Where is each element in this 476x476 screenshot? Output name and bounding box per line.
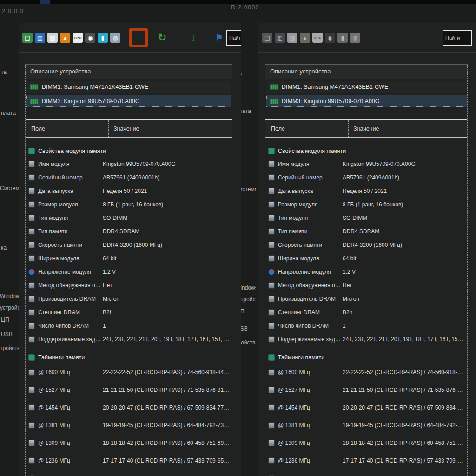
sidebar-fragment-left: та — [1, 69, 7, 75]
field-cell: Скорость памяти — [28, 242, 103, 248]
table-row[interactable]: @ 1163 МГц16-16-16-38 (CL-RCD-RP-RAS) / … — [265, 469, 467, 476]
table-row[interactable]: @ 1454 МГц20-20-20-47 (CL-RCD-RP-RAS) / … — [26, 399, 232, 416]
device-list-item[interactable]: DIMM3: Kingston 99U5709-070.A00G — [26, 95, 231, 107]
field-icon — [268, 228, 275, 235]
table-row[interactable]: Размер модуля8 ГБ (1 ранг, 16 банков) — [265, 198, 467, 211]
table-row[interactable]: @ 1381 МГц19-19-19-45 (CL-RCD-RP-RAS) / … — [265, 416, 467, 434]
download-icon[interactable]: ↓ — [188, 33, 198, 43]
report-icon[interactable]: ▤ — [262, 33, 272, 43]
camera-icon[interactable]: ◉ — [85, 33, 95, 43]
field-icon — [268, 242, 275, 248]
table-row[interactable]: Тип памятиDDR4 SDRAM — [265, 225, 467, 238]
table-row[interactable]: @ 1600 МГц22-22-22-52 (CL-RCD-RP-RAS) / … — [265, 364, 467, 381]
table-row[interactable]: @ 1163 МГц16-16-16-38 (CL-RCD-RP-RAS) / … — [26, 469, 232, 476]
frame-icon[interactable] — [129, 28, 148, 47]
table-row[interactable]: @ 1527 МГц21-21-21-50 (CL-RCD-RP-RAS) / … — [26, 381, 232, 399]
globe-icon[interactable]: ◍ — [350, 33, 360, 43]
field-cell: Серийный номер — [28, 174, 103, 181]
value-cell: 18-18-18-42 (CL-RCD-RP-RAS) / 60-458-751… — [103, 440, 232, 446]
table-row[interactable]: @ 1381 МГц19-19-19-45 (CL-RCD-RP-RAS) / … — [26, 416, 232, 434]
camera-icon[interactable]: ◉ — [325, 33, 335, 43]
column-header-field[interactable]: Поле — [26, 120, 109, 137]
ram-module-icon — [270, 99, 278, 104]
globe-icon[interactable]: ◍ — [110, 33, 120, 43]
field-cell: Производитель DRAM — [268, 296, 343, 302]
flag-icon[interactable]: ⚑ — [214, 33, 224, 43]
group-title: Свойства модуля памяти — [38, 148, 106, 154]
table-row[interactable]: Серийный номерAB57961 (2409A001h) — [265, 171, 467, 184]
table-group-row[interactable]: Свойства модуля памяти — [26, 145, 232, 157]
table-row[interactable]: Дата выпускаНеделя 50 / 2021 — [265, 184, 467, 198]
flame-icon[interactable]: ▲ — [60, 33, 70, 43]
column-header-value[interactable]: Значение — [349, 126, 467, 132]
table-row[interactable]: Имя модуляKingston 99U5709-070.A00G — [26, 157, 232, 171]
field-label: Размер модуля — [38, 201, 78, 208]
table-row[interactable]: Напряжение модуля1.2 V — [26, 265, 232, 278]
table-row[interactable]: Ширина модуля64 bit — [265, 251, 467, 265]
sensor-icon[interactable]: ▮ — [337, 33, 348, 43]
table-row[interactable]: Тип памятиDDR4 SDRAM — [26, 225, 232, 238]
group-label: Свойства модуля памяти — [268, 148, 346, 154]
table-row[interactable]: Поддерживаемые задержки24T, 23T, 22T, 21… — [265, 332, 467, 346]
chart-icon[interactable]: ▥ — [275, 33, 285, 43]
table-row[interactable]: Скорость памятиDDR4-3200 (1600 МГц) — [26, 238, 232, 251]
chart-icon[interactable]: ▥ — [35, 33, 45, 43]
field-cell: Напряжение модуля — [28, 269, 103, 275]
device-list-item[interactable]: DIMM1: Samsung M471A1K43EB1-CWE — [26, 81, 231, 93]
table-row[interactable]: @ 1309 МГц18-18-18-42 (CL-RCD-RP-RAS) / … — [265, 434, 467, 452]
device-list-item[interactable]: DIMM1: Samsung M471A1K43EB1-CWE — [266, 81, 467, 93]
table-row[interactable]: Степпинг DRAMB2h — [26, 305, 232, 319]
sensor-icon[interactable]: ▮ — [98, 33, 108, 43]
table-row[interactable]: Производитель DRAMMicron — [265, 292, 467, 305]
desktop: 2.0.0.0 R 2.0000 таплатаСистемакаWindows… — [0, 0, 476, 476]
report-icon[interactable]: ▤ — [22, 33, 33, 43]
table-group-row[interactable]: Свойства модуля памяти — [265, 145, 467, 157]
cpu-icon[interactable]: CPU — [312, 33, 323, 43]
table-row[interactable]: @ 1309 МГц18-18-18-42 (CL-RCD-RP-RAS) / … — [26, 434, 232, 452]
field-icon — [28, 336, 35, 343]
spd-table: Поле Значение Свойства модуля памятиИмя … — [26, 119, 232, 476]
table-row[interactable]: @ 1236 МГц17-17-17-40 (CL-RCD-RP-RAS) / … — [265, 452, 467, 469]
table-row[interactable]: Напряжение модуля1.2 V — [265, 265, 467, 278]
table-row[interactable]: Тип модуляSO-DIMM — [26, 211, 232, 225]
table-row[interactable]: Число чипов DRAM1 — [265, 319, 467, 332]
value-cell: 17-17-17-40 (CL-RCD-RP-RAS) / 57-433-709… — [103, 457, 232, 464]
table-row[interactable]: Серийный номерAB57961 (2409A001h) — [26, 171, 232, 184]
table-row[interactable]: @ 1527 МГц21-21-21-50 (CL-RCD-RP-RAS) / … — [265, 381, 467, 399]
window-content: Описание устройства DIMM1: Samsung M471A… — [25, 64, 232, 476]
photo-icon[interactable]: ▦ — [47, 33, 58, 43]
photo-icon[interactable]: ▦ — [287, 33, 298, 43]
column-header-field[interactable]: Поле — [265, 120, 349, 137]
table-row[interactable]: Число чипов DRAM1 — [26, 319, 232, 332]
device-list-item[interactable]: DIMM3: Kingston 99U5709-070.A00G — [266, 95, 467, 107]
table-row[interactable]: Имя модуляKingston 99U5709-070.A00G — [265, 157, 467, 171]
table-row[interactable]: Метод обнаружения ошибокНет — [265, 278, 467, 292]
field-label: Имя модуля — [38, 161, 70, 167]
table-row[interactable]: Метод обнаружения ошибокНет — [26, 278, 232, 292]
device-label: DIMM3: Kingston 99U5709-070.A00G — [42, 98, 140, 105]
cpu-icon[interactable]: CPU — [73, 33, 83, 43]
table-group-row[interactable]: Тайминги памяти — [265, 351, 467, 364]
search-input[interactable] — [226, 30, 241, 46]
table-row[interactable]: @ 1600 МГц22-22-22-52 (CL-RCD-RP-RAS) / … — [26, 364, 232, 381]
search-input[interactable] — [443, 30, 472, 46]
table-row[interactable]: Размер модуля8 ГБ (1 ранг, 16 банков) — [26, 198, 232, 211]
flame-icon[interactable]: ▲ — [300, 33, 310, 43]
field-label: Тип памяти — [38, 228, 67, 235]
table-row[interactable]: Поддерживаемые задержки24T, 23T, 22T, 21… — [26, 332, 232, 346]
table-row[interactable]: Дата выпускаНеделя 50 / 2021 — [26, 184, 232, 198]
table-row[interactable]: @ 1236 МГц17-17-17-40 (CL-RCD-RP-RAS) / … — [26, 452, 232, 469]
value-cell: 8 ГБ (1 ранг, 16 банков) — [103, 201, 232, 208]
refresh-icon[interactable]: ↻ — [157, 33, 167, 43]
table-row[interactable]: Степпинг DRAMB2h — [265, 305, 467, 319]
table-row[interactable]: @ 1454 МГц20-20-20-47 (CL-RCD-RP-RAS) / … — [265, 399, 467, 416]
table-row[interactable]: Производитель DRAMMicron — [26, 292, 232, 305]
table-row[interactable]: Скорость памятиDDR4-3200 (1600 МГц) — [265, 238, 467, 251]
device-list-header: Описание устройства — [26, 65, 232, 79]
table-row[interactable]: Ширина модуля64 bit — [26, 251, 232, 265]
table-row[interactable]: Тип модуляSO-DIMM — [265, 211, 467, 225]
field-label: @ 1600 МГц — [278, 369, 310, 376]
column-header-value[interactable]: Значение — [109, 126, 232, 132]
value-cell: DDR4 SDRAM — [343, 228, 467, 235]
table-group-row[interactable]: Тайминги памяти — [26, 351, 232, 364]
